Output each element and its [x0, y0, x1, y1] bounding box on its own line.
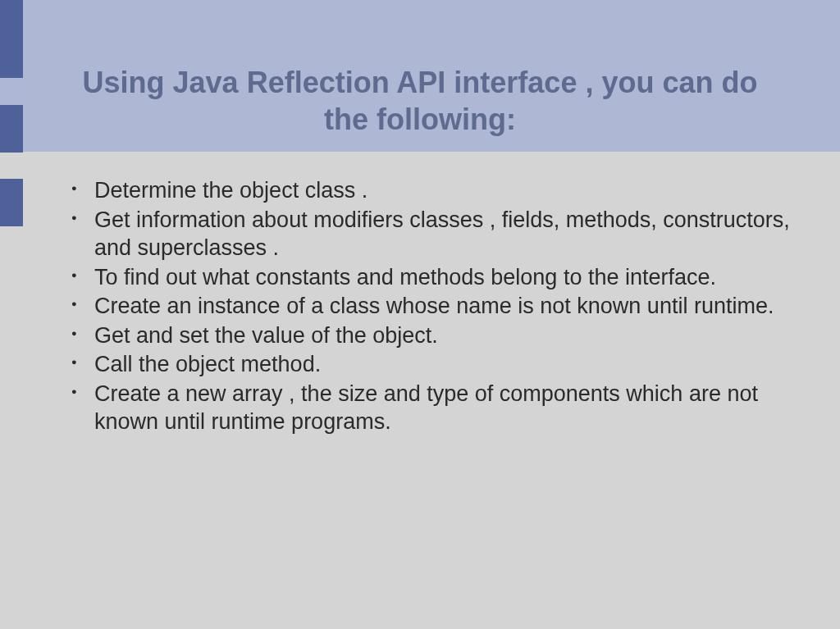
bullet-list: Determine the object class . Get informa… [62, 176, 800, 436]
side-accent-3 [0, 179, 23, 226]
bullet-item: Get and set the value of the object. [62, 321, 800, 350]
slide-container: Using Java Reflection API interface , yo… [0, 0, 840, 629]
bullet-item: Call the object method. [62, 350, 800, 379]
bullet-item: Create an instance of a class whose name… [62, 292, 800, 321]
bullet-item: To find out what constants and methods b… [62, 263, 800, 292]
bullet-item: Create a new array , the size and type o… [62, 380, 800, 436]
bullet-item: Get information about modifiers classes … [62, 206, 800, 262]
slide-content: Determine the object class . Get informa… [62, 176, 800, 437]
side-accent-1 [0, 0, 23, 78]
bullet-item: Determine the object class . [62, 176, 800, 205]
slide-title: Using Java Reflection API interface , yo… [82, 64, 758, 138]
side-accent-2 [0, 105, 23, 153]
